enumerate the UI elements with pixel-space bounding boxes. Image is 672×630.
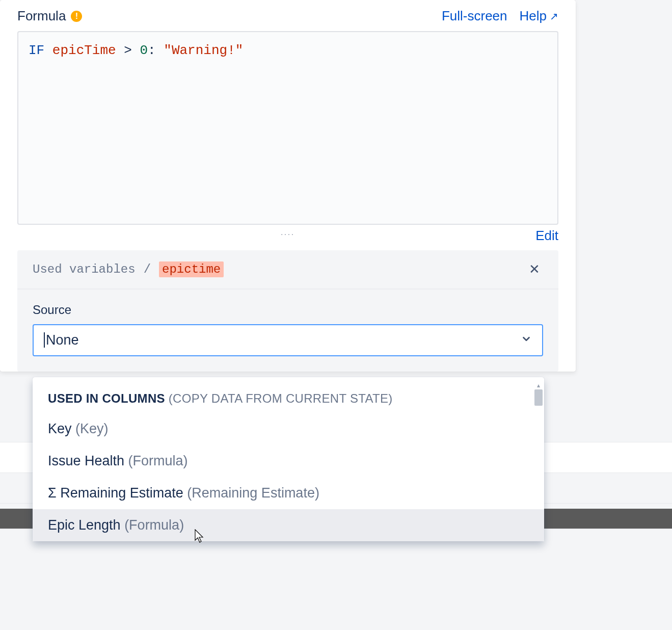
variables-header: Used variables / epictime ✕ (17, 250, 558, 290)
dropdown-section-header: USED IN COLUMNS (COPY DATA FROM CURRENT … (33, 386, 544, 413)
token-operator: > (124, 43, 132, 58)
panel-header: Formula ! Full-screen Help ↗ (0, 0, 576, 28)
breadcrumb-root[interactable]: Used variables (33, 262, 136, 276)
scroll-up-icon[interactable]: ▴ (537, 382, 540, 388)
token-number: 0 (140, 43, 148, 58)
source-label: Source (33, 303, 543, 317)
title-wrap: Formula ! (17, 8, 82, 24)
scroll-thumb[interactable] (534, 389, 543, 406)
source-dropdown[interactable]: None (33, 324, 543, 356)
section-title: USED IN COLUMNS (48, 391, 165, 405)
token-string: "Warning!" (164, 43, 243, 58)
dropdown-scrollbar[interactable]: ▴ (534, 382, 543, 536)
editor-footer: ···· Edit (17, 230, 558, 238)
breadcrumb-current-variable: epictime (159, 261, 224, 277)
dropdown-value: None (44, 332, 79, 348)
panel-title: Formula (17, 8, 66, 24)
help-link[interactable]: Help ↗ (520, 8, 558, 24)
source-block: Source None (17, 290, 558, 372)
dropdown-option[interactable]: Issue Health (Formula) (33, 445, 544, 477)
source-dropdown-menu: USED IN COLUMNS (COPY DATA FROM CURRENT … (33, 377, 544, 541)
option-type: (Formula) (128, 453, 188, 468)
formula-panel: Formula ! Full-screen Help ↗ IF epicTime… (0, 0, 576, 372)
option-name: Σ Remaining Estimate (48, 485, 183, 501)
variables-section: Used variables / epictime ✕ Source None (17, 250, 558, 372)
external-link-icon: ↗ (550, 10, 558, 22)
section-subtitle: (COPY DATA FROM CURRENT STATE) (169, 391, 393, 405)
warning-icon: ! (71, 11, 82, 22)
dropdown-option[interactable]: Epic Length (Formula) (33, 509, 544, 541)
dropdown-option[interactable]: Σ Remaining Estimate (Remaining Estimate… (33, 477, 544, 509)
edit-link[interactable]: Edit (535, 228, 558, 244)
fullscreen-link[interactable]: Full-screen (442, 8, 507, 24)
help-label: Help (520, 8, 547, 24)
token-keyword: IF (29, 43, 44, 58)
formula-editor[interactable]: IF epicTime > 0: "Warning!" (17, 31, 558, 225)
chevron-down-icon (521, 332, 532, 348)
option-type: (Remaining Estimate) (187, 485, 319, 501)
token-variable: epicTime (52, 43, 116, 58)
header-links: Full-screen Help ↗ (442, 8, 558, 24)
option-name: Epic Length (48, 517, 121, 533)
close-icon[interactable]: ✕ (526, 261, 543, 277)
resize-handle-icon[interactable]: ···· (281, 230, 295, 238)
breadcrumb: Used variables / epictime (33, 261, 224, 277)
dropdown-scroll: USED IN COLUMNS (COPY DATA FROM CURRENT … (33, 377, 544, 541)
option-type: (Formula) (124, 517, 184, 533)
breadcrumb-separator: / (144, 262, 151, 276)
option-name: Issue Health (48, 453, 124, 468)
option-name: Key (48, 421, 72, 436)
dropdown-option[interactable]: Key (Key) (33, 413, 544, 445)
option-type: (Key) (75, 421, 109, 436)
token-colon: : (148, 43, 156, 58)
